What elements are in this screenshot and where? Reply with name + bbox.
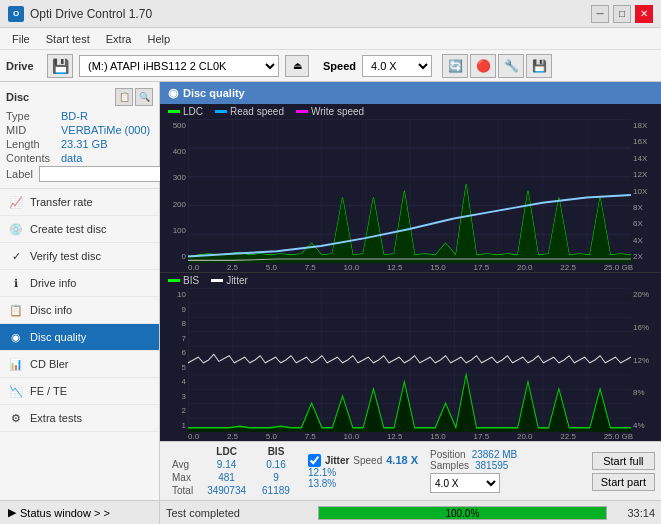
close-button[interactable]: ✕ <box>635 5 653 23</box>
disc-icon1[interactable]: 📋 <box>115 88 133 106</box>
total-ldc: 3490734 <box>199 484 254 497</box>
bottom-bar: Test completed 100.0% 33:14 <box>160 500 661 524</box>
read-speed-color <box>215 110 227 113</box>
nav-label-extra-tests: Extra tests <box>30 412 82 424</box>
title-controls: ─ □ ✕ <box>591 5 653 23</box>
menu-help[interactable]: Help <box>139 31 178 47</box>
avg-ldc: 9.14 <box>199 458 254 471</box>
total-bis: 61189 <box>254 484 298 497</box>
speed-stat-value: 4.18 X <box>386 454 418 466</box>
nav-label-cd-bler: CD Bler <box>30 358 69 370</box>
status-window-button[interactable]: ▶ Status window > > <box>0 500 159 524</box>
ldc-legend-color <box>168 110 180 113</box>
position-row: Position 23862 MB <box>430 449 517 460</box>
avg-bis: 0.16 <box>254 458 298 471</box>
disc-icon2[interactable]: 🔍 <box>135 88 153 106</box>
disc-quality-icon: ◉ <box>168 86 178 100</box>
menu-extra[interactable]: Extra <box>98 31 140 47</box>
sidebar-item-create-test-disc[interactable]: 💿Create test disc <box>0 216 159 243</box>
sidebar-item-disc-info[interactable]: 📋Disc info <box>0 297 159 324</box>
sidebar-item-fe-te[interactable]: 📉FE / TE <box>0 378 159 405</box>
sidebar-item-transfer-rate[interactable]: 📈Transfer rate <box>0 189 159 216</box>
nav-label-verify-test-disc: Verify test disc <box>30 250 101 262</box>
bottom-chart-inner: 10 9 8 7 6 5 4 3 2 1 <box>160 288 661 432</box>
ldc-legend: LDC <box>168 106 203 117</box>
read-speed-legend: Read speed <box>215 106 284 117</box>
x-axis-top: 0.0 2.5 5.0 7.5 10.0 12.5 15.0 17.5 20.0… <box>160 263 661 272</box>
drive-bar: Drive 💾 (M:) ATAPI iHBS112 2 CL0K ⏏ Spee… <box>0 50 661 82</box>
ldc-legend-label: LDC <box>183 106 203 117</box>
progress-text: 100.0% <box>319 507 606 521</box>
sidebar-item-disc-quality[interactable]: ◉Disc quality <box>0 324 159 351</box>
menu-start-test[interactable]: Start test <box>38 31 98 47</box>
y-axis-left-bottom: 10 9 8 7 6 5 4 3 2 1 <box>160 288 188 432</box>
sidebar-item-drive-info[interactable]: ℹDrive info <box>0 270 159 297</box>
jitter-label: Jitter <box>325 455 349 466</box>
app-title: Opti Drive Control 1.70 <box>30 7 152 21</box>
jitter-section: Jitter Speed 4.18 X 12.1% 13.8% <box>308 454 418 489</box>
nav-icon-disc-quality: ◉ <box>8 329 24 345</box>
bottom-chart-svg <box>188 288 631 432</box>
disc-quality-header: ◉ Disc quality <box>160 82 661 104</box>
avg-label: Avg <box>166 458 199 471</box>
menu-bar: File Start test Extra Help <box>0 28 661 50</box>
speed-stat-label: Speed <box>353 455 382 466</box>
maximize-button[interactable]: □ <box>613 5 631 23</box>
stats-speed-select[interactable]: 4.0 X <box>430 473 500 493</box>
speed-label: Speed <box>323 60 356 72</box>
top-chart-svg <box>188 119 631 263</box>
disc-title: Disc <box>6 91 29 103</box>
start-part-button[interactable]: Start part <box>592 473 655 491</box>
max-ldc: 481 <box>199 471 254 484</box>
sidebar-item-verify-test-disc[interactable]: ✓Verify test disc <box>0 243 159 270</box>
nav-label-transfer-rate: Transfer rate <box>30 196 93 208</box>
bis-legend-color <box>168 279 180 282</box>
disc-section: Disc 📋 🔍 Type BD-R MID VERBATiMe (000) L… <box>0 82 159 189</box>
nav-label-disc-quality: Disc quality <box>30 331 86 343</box>
label-label: Label <box>6 168 36 180</box>
minimize-button[interactable]: ─ <box>591 5 609 23</box>
jitter-avg: 12.1% <box>308 467 336 478</box>
max-label: Max <box>166 471 199 484</box>
drive-select[interactable]: (M:) ATAPI iHBS112 2 CL0K <box>79 55 279 77</box>
x-axis-bottom: 0.0 2.5 5.0 7.5 10.0 12.5 15.0 17.5 20.0… <box>160 432 661 441</box>
length-label: Length <box>6 138 61 150</box>
main-area: Disc 📋 🔍 Type BD-R MID VERBATiMe (000) L… <box>0 82 661 524</box>
y-axis-right-bottom: 20% 16% 12% 8% 4% <box>631 288 661 432</box>
nav-icon-create-test-disc: 💿 <box>8 221 24 237</box>
burn-button[interactable]: 🔴 <box>470 54 496 78</box>
mid-value: VERBATiMe (000) <box>61 124 150 136</box>
write-speed-legend: Write speed <box>296 106 364 117</box>
sidebar-item-extra-tests[interactable]: ⚙Extra tests <box>0 405 159 432</box>
speed-select[interactable]: 4.0 X <box>362 55 432 77</box>
menu-file[interactable]: File <box>4 31 38 47</box>
nav-icon-transfer-rate: 📈 <box>8 194 24 210</box>
label-input[interactable] <box>39 166 172 182</box>
disc-quality-title: Disc quality <box>183 87 245 99</box>
length-value: 23.31 GB <box>61 138 107 150</box>
bottom-chart-container: BIS Jitter 10 9 8 7 6 <box>160 273 661 441</box>
nav-items: 📈Transfer rate💿Create test disc✓Verify t… <box>0 189 159 432</box>
save-button[interactable]: 💾 <box>526 54 552 78</box>
progress-bar: 100.0% <box>318 506 607 520</box>
y-axis-right-top: 18X 16X 14X 12X 10X 8X 6X 4X 2X <box>631 119 661 263</box>
start-full-button[interactable]: Start full <box>592 452 655 470</box>
stats-empty <box>166 445 199 458</box>
chevron-icon: ▶ <box>8 506 16 519</box>
nav-icon-fe-te: 📉 <box>8 383 24 399</box>
stats-row: LDC BIS Avg 9.14 0.16 Max 481 9 Total 34… <box>160 441 661 500</box>
refresh-button[interactable]: 🔄 <box>442 54 468 78</box>
eject-button[interactable]: ⏏ <box>285 55 309 77</box>
mid-label: MID <box>6 124 61 136</box>
read-speed-label: Read speed <box>230 106 284 117</box>
nav-label-disc-info: Disc info <box>30 304 72 316</box>
top-chart-inner: 500 400 300 200 100 0 <box>160 119 661 263</box>
sidebar-item-cd-bler[interactable]: 📊CD Bler <box>0 351 159 378</box>
status-text: Test completed <box>166 507 310 519</box>
nav-label-fe-te: FE / TE <box>30 385 67 397</box>
jitter-checkbox[interactable] <box>308 454 321 467</box>
position-value: 23862 MB <box>472 449 518 460</box>
samples-label: Samples <box>430 460 469 471</box>
title-bar: O Opti Drive Control 1.70 ─ □ ✕ <box>0 0 661 28</box>
settings-button[interactable]: 🔧 <box>498 54 524 78</box>
